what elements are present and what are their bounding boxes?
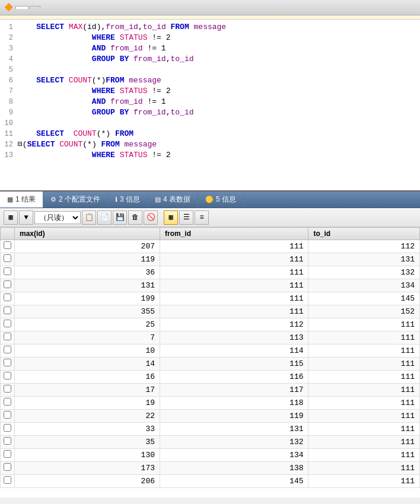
line-content: AND from_id != 1 — [18, 97, 420, 107]
table-row: 19118111 — [1, 397, 420, 410]
table-cell[interactable] — [1, 318, 15, 331]
table-cell: 111 — [308, 462, 420, 475]
table-cell: 111 — [160, 279, 308, 292]
tab-info2[interactable]: 🟡5 信息 — [198, 192, 244, 208]
row-select-checkbox[interactable] — [4, 424, 11, 432]
line-content: WHERE STATUS != 2 — [18, 33, 420, 43]
row-select-checkbox[interactable] — [4, 463, 11, 471]
line-content: SELECT COUNT(*) FROM — [18, 129, 420, 139]
save-button[interactable]: 💾 — [113, 210, 127, 225]
row-select-checkbox[interactable] — [4, 372, 11, 379]
table-cell[interactable] — [1, 384, 15, 397]
row-select-checkbox[interactable] — [4, 320, 11, 327]
line-content: GROUP BY from_id,to_id — [18, 107, 420, 118]
table-cell[interactable] — [1, 436, 15, 449]
line-number: 13 — [0, 150, 18, 161]
dropdown-button[interactable]: ▼ — [19, 210, 33, 225]
copy-button[interactable]: 📋 — [82, 210, 96, 225]
row-select-checkbox[interactable] — [4, 307, 11, 314]
col-header-0 — [1, 228, 15, 240]
table-cell[interactable] — [1, 371, 15, 384]
table-cell: 114 — [160, 344, 308, 358]
table-cell[interactable] — [1, 423, 15, 436]
line-content: ⊟(SELECT COUNT(*) FROM message — [18, 139, 420, 150]
sql-editor[interactable]: 1 SELECT MAX(id),from_id,to_id FROM mess… — [0, 20, 420, 192]
sql-line: 2 WHERE STATUS != 2 — [0, 33, 420, 43]
table-cell: 111 — [160, 240, 308, 253]
line-number: 6 — [0, 75, 18, 86]
table-cell: 10 — [15, 344, 160, 358]
table-cell: 145 — [308, 292, 420, 305]
table-cell[interactable] — [1, 462, 15, 475]
row-select-checkbox[interactable] — [4, 280, 11, 288]
row-select-checkbox[interactable] — [4, 333, 11, 340]
table-row: 36111132 — [1, 266, 420, 279]
row-select-checkbox[interactable] — [4, 294, 11, 301]
table-cell[interactable] — [1, 240, 15, 253]
row-select-checkbox[interactable] — [4, 359, 11, 366]
table-cell: 116 — [160, 371, 308, 384]
tab-label: 5 信息 — [216, 194, 236, 205]
table-cell[interactable] — [1, 292, 15, 305]
table-cell[interactable] — [1, 305, 15, 318]
table-row: 206145111 — [1, 475, 420, 488]
tab-info1[interactable]: ℹ3 信息 — [108, 192, 148, 208]
row-select-checkbox[interactable] — [4, 437, 11, 445]
sql-line: 10 — [0, 118, 420, 129]
delete-button[interactable]: 🗑 — [128, 210, 142, 225]
tab-icon: ⚙ — [50, 196, 56, 203]
table-cell[interactable] — [1, 266, 15, 279]
row-select-checkbox[interactable] — [4, 241, 11, 249]
table-cell[interactable] — [1, 253, 15, 266]
tab-config[interactable]: ⚙2 个配置文件 — [43, 192, 108, 208]
grid-view-button[interactable]: ▦ — [164, 210, 178, 225]
table-row: 130134111 — [1, 449, 420, 462]
row-select-checkbox[interactable] — [4, 254, 11, 262]
list-view-button[interactable]: ☰ — [179, 210, 193, 225]
tab-icon: ▦ — [7, 196, 13, 203]
line-number: 1 — [0, 22, 18, 33]
tab-tabledata[interactable]: ▤4 表数据 — [148, 192, 198, 208]
row-select-checkbox[interactable] — [4, 411, 11, 419]
table-cell[interactable] — [1, 344, 15, 358]
table-cell: 16 — [15, 371, 160, 384]
table-row: 22119111 — [1, 410, 420, 423]
sql-line: 1 SELECT MAX(id),from_id,to_id FROM mess… — [0, 22, 420, 33]
row-select-checkbox[interactable] — [4, 450, 11, 458]
text-view-button[interactable]: ≡ — [195, 210, 209, 225]
export-button[interactable]: ▦ — [4, 210, 18, 225]
table-cell[interactable] — [1, 449, 15, 462]
readonly-select[interactable]: （只读） — [34, 211, 81, 224]
row-select-checkbox[interactable] — [4, 385, 11, 393]
line-number: 11 — [0, 129, 18, 139]
result-tabs-bar: ▦1 结果⚙2 个配置文件ℹ3 信息▤4 表数据🟡5 信息 — [0, 192, 420, 208]
table-cell[interactable] — [1, 358, 15, 371]
paste-button[interactable]: 📄 — [97, 210, 112, 225]
table-cell[interactable] — [1, 397, 15, 410]
table-cell: 111 — [308, 371, 420, 384]
table-cell[interactable] — [1, 475, 15, 488]
row-select-checkbox[interactable] — [4, 476, 11, 484]
table-cell: 111 — [308, 475, 420, 488]
query-tab[interactable] — [15, 6, 28, 9]
row-select-checkbox[interactable] — [4, 267, 11, 275]
table-cell[interactable] — [1, 279, 15, 292]
results-toolbar: ▦ ▼ （只读） 📋 📄 💾 🗑 🚫 ▦ ☰ ≡ — [0, 208, 420, 227]
table-cell[interactable] — [1, 331, 15, 344]
table-row: 25112111 — [1, 318, 420, 331]
cancel-button[interactable]: 🚫 — [144, 210, 158, 225]
table-cell[interactable] — [1, 410, 15, 423]
tab-results[interactable]: ▦1 结果 — [0, 192, 43, 208]
table-cell: 119 — [160, 410, 308, 423]
line-number: 8 — [0, 97, 18, 107]
row-select-checkbox[interactable] — [4, 398, 11, 406]
row-select-checkbox[interactable] — [4, 346, 11, 353]
results-table-wrap: max(id)from_idto_id 20711111211911113136… — [0, 227, 420, 497]
table-cell: 207 — [15, 240, 160, 253]
table-cell: 25 — [15, 318, 160, 331]
new-tab-button[interactable] — [30, 6, 40, 9]
table-cell: 131 — [160, 423, 308, 436]
line-content: WHERE STATUS != 2 — [18, 86, 420, 97]
table-cell: 36 — [15, 266, 160, 279]
autocomplete-hint — [0, 15, 420, 20]
